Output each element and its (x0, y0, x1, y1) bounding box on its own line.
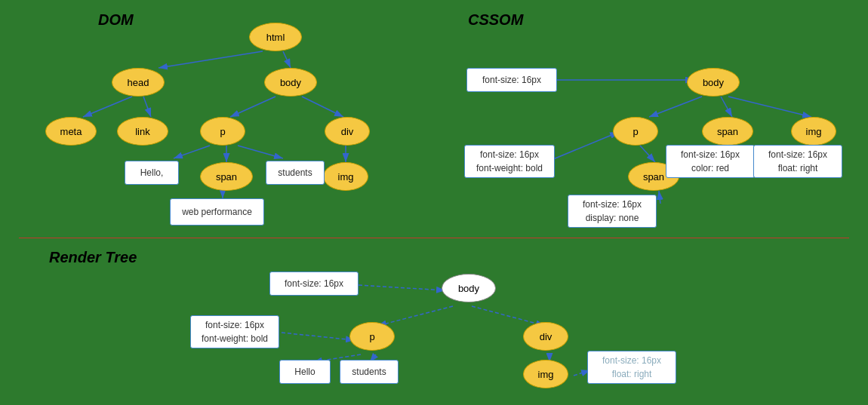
dom-html-node: html (249, 23, 302, 51)
cssom-inner-span-style-node: font-size: 16pxdisplay: none (568, 195, 657, 228)
cssom-img-node: img (791, 117, 836, 146)
dom-meta-node: meta (45, 117, 97, 146)
cssom-body-node: body (687, 68, 740, 97)
dom-hello-node: Hello, (125, 161, 179, 185)
rt-p-style-node: font-size: 16pxfont-weight: bold (190, 315, 279, 348)
svg-line-18 (640, 146, 655, 162)
svg-line-22 (359, 285, 445, 290)
svg-line-24 (472, 306, 545, 326)
rt-body-style-node: font-size: 16px (269, 272, 359, 296)
dom-link-node: link (117, 117, 168, 146)
lines-svg (0, 0, 868, 405)
svg-line-23 (377, 306, 453, 326)
rt-hello-node: Hello (279, 360, 331, 384)
cssom-title: CSSOM (468, 11, 523, 29)
svg-line-10 (238, 146, 283, 158)
cssom-p-style-node: font-size: 16pxfont-weight: bold (464, 145, 555, 178)
svg-line-25 (282, 333, 355, 340)
rt-img-style-node: font-size: 16pxfloat: right (587, 351, 676, 384)
rt-div-node: div (523, 322, 568, 351)
svg-line-21 (659, 191, 660, 204)
dom-div-node: div (325, 117, 370, 146)
cssom-span-node: span (702, 117, 753, 146)
cssom-p-node: p (613, 117, 658, 146)
dom-p-node: p (200, 117, 245, 146)
svg-line-2 (159, 51, 263, 68)
rt-body-node: body (442, 274, 496, 302)
cssom-body-style-node: font-size: 16px (466, 68, 557, 92)
svg-line-6 (230, 97, 275, 117)
svg-line-16 (728, 97, 811, 117)
svg-line-14 (649, 97, 702, 117)
svg-line-7 (302, 97, 343, 117)
cssom-span-style-node: font-size: 16pxcolor: red (666, 145, 755, 178)
svg-line-3 (283, 51, 291, 68)
dom-body-node: body (264, 68, 317, 97)
rt-students-node: students (340, 360, 399, 384)
svg-line-17 (553, 132, 619, 159)
dom-img-node: img (323, 162, 368, 191)
dom-span-node: span (200, 162, 253, 191)
svg-line-4 (83, 97, 132, 117)
section-divider (19, 238, 849, 238)
svg-line-8 (174, 146, 210, 158)
dom-title: DOM (98, 11, 134, 29)
svg-line-5 (143, 97, 151, 117)
rt-img-node: img (523, 360, 568, 388)
cssom-img-style-node: font-size: 16pxfloat: right (753, 145, 842, 178)
dom-web-performance-node: web performance (170, 198, 264, 226)
diagram-container: DOM CSSOM Render Tree (0, 0, 868, 405)
render-tree-title: Render Tree (49, 249, 137, 266)
dom-head-node: head (112, 68, 165, 97)
svg-line-15 (721, 97, 732, 117)
rt-p-node: p (349, 322, 395, 351)
dom-students-node: students (266, 161, 325, 185)
